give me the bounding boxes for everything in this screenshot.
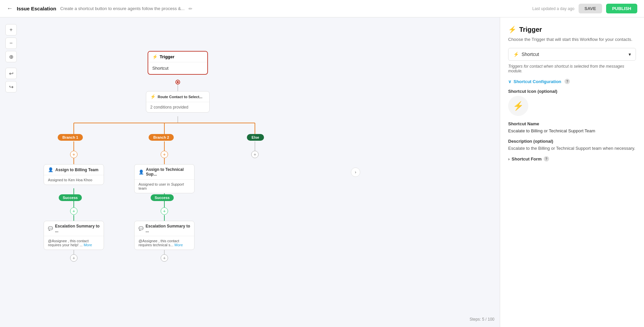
branch-2-final-add[interactable]: +	[161, 254, 168, 262]
zoom-out-button[interactable]: −	[5, 38, 17, 49]
trigger-bolt-icon: ⚡	[513, 52, 519, 57]
chevron-down-icon: ▾	[629, 52, 631, 57]
panel-toggle-button[interactable]: ›	[351, 168, 360, 177]
description-value: Escalate to the Billing or Technical Sup…	[508, 146, 636, 151]
workflow-title: Issue Escalation	[17, 6, 56, 11]
branch-1-action-node[interactable]: 👤 Assign to Billing Team Assigned to Ken…	[44, 164, 104, 185]
branch-1-action-header: 👤 Assign to Billing Team	[44, 165, 104, 175]
shortcut-name-label: Shortcut Name	[508, 121, 636, 126]
trigger-select-dropdown[interactable]: ⚡ Shortcut ▾	[508, 48, 636, 61]
center-button[interactable]: ⊕	[5, 51, 17, 62]
edit-icon[interactable]: ✏	[189, 6, 193, 11]
shortcut-icon-box[interactable]: ⚡	[508, 96, 528, 116]
branch-2-action-body: Assigned to user in Support team	[135, 180, 194, 193]
branch-2-action-node[interactable]: 👤 Assign to Technical Sup... Assigned to…	[134, 164, 196, 193]
right-panel: ⚡ Trigger Choose the Trigger that will s…	[500, 17, 644, 327]
header: ← Issue Escalation Create a shortcut but…	[0, 0, 644, 17]
header-left: ← Issue Escalation Create a shortcut but…	[7, 5, 193, 12]
trigger-hint: Triggers for contact when shortcut is se…	[508, 64, 636, 73]
header-right: Last updated a day ago SAVE PUBLISH	[532, 4, 637, 13]
panel-bolt-icon: ⚡	[508, 25, 517, 34]
branch-2-badge[interactable]: Branch 2	[149, 134, 174, 141]
chevron-right-icon: ›	[508, 156, 509, 161]
trigger-node[interactable]: ⚡ Trigger Shortcut	[148, 51, 208, 75]
branch-1-post-success-add[interactable]: +	[70, 207, 77, 215]
branch-2-add-button[interactable]: +	[161, 151, 168, 158]
save-button[interactable]: SAVE	[579, 4, 602, 13]
steps-counter: Steps: 5 / 100	[470, 317, 494, 322]
branch-2-summary-body: @Assignee , this contact requires techni…	[135, 236, 194, 250]
redo-button[interactable]: ↪	[5, 81, 17, 92]
branch-2-action-header: 👤 Assign to Technical Sup...	[135, 165, 194, 180]
route-node[interactable]: ⚡ Route Contact to Select... 2 condition…	[146, 91, 210, 113]
shortcut-config-help-icon[interactable]: ?	[565, 79, 570, 84]
else-add-button[interactable]: +	[251, 151, 259, 158]
branch-1-success-badge: Success	[59, 194, 82, 201]
branch-2-success-badge: Success	[151, 194, 174, 201]
canvas-area[interactable]: + − ⊕ ↩ ↪ Steps: 5 / 100	[0, 17, 500, 327]
branch-1-summary-body: @Assignee , this contact requires your h…	[44, 236, 104, 250]
last-updated-label: Last updated a day ago	[532, 6, 574, 11]
back-button[interactable]: ←	[7, 5, 13, 12]
chevron-down-icon: ∨	[508, 79, 512, 84]
shortcut-icon-label: Shortcut Icon (optional)	[508, 89, 636, 94]
branch-1-summary-node[interactable]: 💬 Escalation Summary to ... @Assignee , …	[44, 221, 104, 250]
shortcut-form-help-icon[interactable]: ?	[544, 156, 549, 161]
publish-button[interactable]: PUBLISH	[606, 4, 637, 13]
branch-2-post-success-add[interactable]: +	[161, 207, 168, 215]
branch-1-badge[interactable]: Branch 1	[58, 134, 83, 141]
shortcut-config-toggle[interactable]: ∨ Shortcut Configuration ?	[508, 79, 636, 84]
branch-1-more-link[interactable]: More	[84, 243, 92, 247]
branch-2-summary-node[interactable]: 💬 Escalation Summary to ... @Assignee , …	[134, 221, 196, 250]
trigger-node-header: ⚡ Trigger	[148, 52, 207, 62]
branch-2-more-link[interactable]: More	[174, 243, 183, 247]
undo-button[interactable]: ↩	[5, 68, 17, 79]
shortcut-form-row[interactable]: › Shortcut Form ?	[508, 156, 636, 161]
branch-1-add-button[interactable]: +	[70, 151, 77, 158]
route-node-body: 2 conditions provided	[146, 102, 209, 112]
toolbar-left: + − ⊕ ↩ ↪	[5, 24, 17, 92]
description-label: Description (optional)	[508, 139, 636, 144]
shortcut-name-value: Escalate to Billing or Technical Support…	[508, 128, 636, 133]
main-layout: + − ⊕ ↩ ↪ Steps: 5 / 100	[0, 17, 644, 327]
branch-1-final-add[interactable]: +	[70, 254, 77, 262]
else-badge[interactable]: Else	[247, 134, 264, 141]
trigger-node-body: Shortcut	[148, 62, 207, 74]
zoom-in-button[interactable]: +	[5, 24, 17, 36]
branch-2-summary-header: 💬 Escalation Summary to ...	[135, 221, 194, 236]
branch-1-summary-header: 💬 Escalation Summary to ...	[44, 221, 104, 236]
circle-connector	[175, 80, 180, 84]
panel-title: ⚡ Trigger	[508, 25, 636, 34]
workflow-description: Create a shortcut button to ensure agent…	[60, 6, 185, 11]
route-node-header: ⚡ Route Contact to Select...	[146, 91, 209, 102]
trigger-select-left: ⚡ Shortcut	[513, 52, 539, 57]
shortcut-bolt-icon: ⚡	[513, 101, 524, 111]
branch-1-action-body: Assigned to Ken Hoa Khoo	[44, 175, 104, 185]
panel-subtitle: Choose the Trigger that will start this …	[508, 37, 636, 42]
